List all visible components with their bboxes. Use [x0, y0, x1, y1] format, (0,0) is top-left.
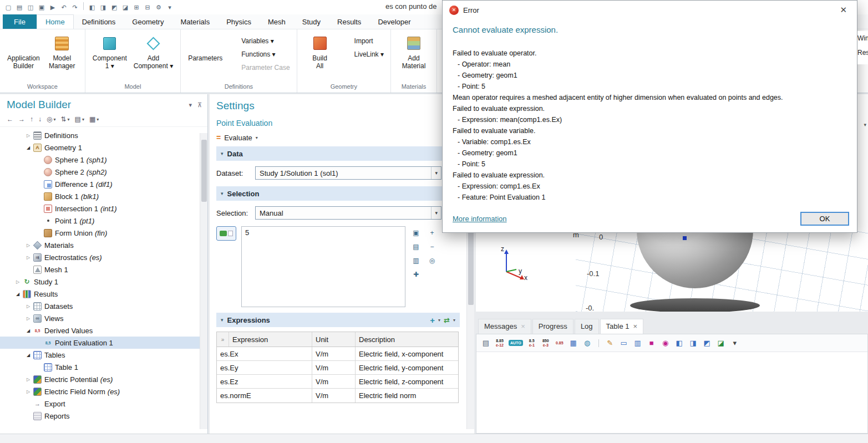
column-header-expression[interactable]: Expression — [229, 332, 312, 347]
tree-expander-icon[interactable]: ▷ — [24, 389, 32, 394]
ribbon-tab-home[interactable]: Home — [37, 14, 74, 29]
export-table-icon[interactable]: ◧ — [674, 337, 684, 350]
tree-expander-icon[interactable]: ◢ — [24, 353, 32, 358]
column-header-unit[interactable]: Unit — [312, 332, 356, 347]
engineering-format-button[interactable]: 850e-3 — [541, 337, 551, 350]
settings-gear-icon[interactable]: ⚙ — [154, 2, 164, 12]
tree-item-intersection-1[interactable]: Intersection 1(int1) — [0, 202, 207, 215]
tree-item-electric-field-norm[interactable]: ▷Electric Field Norm(es) — [0, 385, 207, 398]
auto-format-button[interactable]: AUTO — [509, 340, 523, 346]
decimal-format-button[interactable]: 0.85 — [555, 337, 565, 350]
tree-item-electric-potential[interactable]: ▷Electric Potential(es) — [0, 373, 207, 385]
ribbon-button-import[interactable]: Import — [339, 35, 386, 47]
tree-item-export[interactable]: Export — [0, 398, 207, 410]
add-to-selection-icon[interactable]: + — [427, 227, 438, 238]
ribbon-tab-file[interactable]: File — [3, 14, 37, 29]
import-table-icon[interactable]: ◨ — [688, 337, 698, 350]
close-icon[interactable]: ✕ — [836, 4, 850, 16]
pin-icon[interactable]: ⊼ — [197, 101, 202, 109]
replace-expression-dropdown-icon[interactable]: ▾ — [453, 318, 455, 323]
evaluate-button[interactable]: = Evaluate ▾ — [216, 133, 460, 142]
tree-item-datasets[interactable]: ▷Datasets — [0, 300, 207, 312]
ribbon-tab-geometry[interactable]: Geometry — [124, 14, 172, 29]
tree-item-form-union[interactable]: Form Union(fin) — [0, 227, 207, 239]
new-file-icon[interactable]: ▢ — [3, 2, 13, 12]
delete-table-icon[interactable]: ▭ — [619, 337, 629, 350]
save-icon[interactable]: ◫ — [26, 2, 35, 12]
expression-row[interactable]: es.EzV/mElectric field, z-component — [217, 375, 458, 389]
selection-combobox[interactable]: Manual ▾ — [255, 206, 441, 220]
tree-item-reports[interactable]: Reports — [0, 410, 207, 422]
tab-progress[interactable]: Progress — [532, 319, 573, 334]
tree-expander-icon[interactable]: ▷ — [24, 133, 32, 138]
table-content[interactable] — [476, 353, 867, 433]
show-options-icon[interactable]: ◎▾ — [47, 115, 56, 123]
ribbon-tab-developer[interactable]: Developer — [369, 14, 419, 29]
tree-expander-icon[interactable]: ▷ — [24, 377, 32, 382]
move-up-icon[interactable]: ↑ — [30, 115, 33, 123]
reset-desktop-button[interactable]: Reset Desktop — [857, 45, 868, 60]
full-precision-button[interactable]: 8.85e-12 — [495, 337, 505, 350]
ribbon-button-build-all[interactable]: BuildAll — [302, 33, 338, 71]
go-forward-icon[interactable]: → — [18, 115, 25, 123]
scientific-format-button[interactable]: 8.5e-1 — [527, 337, 537, 350]
ribbon-tab-materials[interactable]: Materials — [172, 14, 218, 29]
ok-button[interactable]: OK — [800, 212, 849, 226]
add-expression-button[interactable]: + — [430, 315, 435, 325]
error-dialog-titlebar[interactable]: ✕ Error ✕ — [443, 1, 857, 19]
color-square-icon[interactable]: ■ — [647, 337, 657, 350]
close-tab-icon[interactable]: × — [633, 322, 638, 330]
redo-icon[interactable]: ↷ — [70, 2, 80, 12]
tree-item-block-1[interactable]: Block 1(blk1) — [0, 190, 207, 202]
tree-item-table-1[interactable]: Table 1 — [0, 361, 207, 373]
tree-item-materials[interactable]: ▷Materials — [0, 239, 207, 251]
tree-item-sphere-1[interactable]: Sphere 1(sph1) — [0, 154, 207, 166]
add-expression-dropdown-icon[interactable]: ▾ — [438, 318, 440, 323]
tab-log[interactable]: Log — [575, 319, 599, 334]
tree-expander-icon[interactable]: ▷ — [24, 304, 32, 309]
close-tab-icon[interactable]: × — [521, 322, 525, 330]
tree-item-point-evaluation-1[interactable]: Point Evaluation 1 — [0, 337, 207, 349]
ring-chart-icon[interactable]: ◉ — [661, 337, 671, 350]
tab-table-1[interactable]: Table 1× — [600, 319, 644, 334]
ribbon-button-parameters[interactable]: Parameters — [185, 33, 225, 63]
ribbon-button-add-material[interactable]: AddMaterial — [395, 33, 432, 71]
spherical-view-icon[interactable]: ◍ — [582, 337, 592, 350]
more-information-link[interactable]: More information — [453, 215, 507, 223]
remove-from-selection-icon[interactable]: − — [427, 241, 438, 252]
build-mesh-icon[interactable]: ⊞ — [131, 2, 141, 12]
data-section-header[interactable]: ▾ Data — [216, 146, 460, 161]
toolbar-dropdown-icon[interactable]: ▾ — [165, 2, 175, 12]
paint-icon[interactable]: ✎ — [605, 337, 615, 350]
tree-expander-icon[interactable]: ▷ — [24, 316, 32, 321]
expression-row[interactable]: es.ExV/mElectric field, x-component — [217, 347, 458, 361]
histogram-icon[interactable]: ▥ — [633, 337, 643, 350]
move-down-icon[interactable]: ↓ — [38, 115, 42, 123]
tree-item-difference-1[interactable]: Difference 1(dif1) — [0, 178, 207, 190]
column-header-description[interactable]: Description — [356, 332, 458, 347]
ribbon-button-livelink[interactable]: LiveLink ▾ — [339, 49, 386, 60]
tree-item-sphere-2[interactable]: Sphere 2(sph2) — [0, 166, 207, 178]
copy-selection-icon[interactable]: ▤ — [410, 241, 422, 252]
selection-section-header[interactable]: ▾ Selection — [216, 186, 460, 201]
tree-expander-icon[interactable]: ▷ — [14, 279, 22, 284]
tree-expander-icon[interactable]: ▷ — [24, 255, 32, 260]
tree-item-tables[interactable]: ◢Tables — [0, 349, 207, 361]
model-builder-scrollbar[interactable] — [200, 133, 207, 429]
ribbon-button-parameter-case[interactable]: Parameter Case — [226, 62, 292, 73]
expression-row[interactable]: es.EyV/mElectric field, y-component — [217, 361, 458, 375]
table-more-dropdown-icon[interactable]: ▾ — [730, 337, 740, 350]
tree-item-point-1[interactable]: Point 1(pt1) — [0, 215, 207, 227]
tree-item-study-1[interactable]: ▷Study 1 — [0, 276, 207, 288]
tree-item-geometry-1[interactable]: ◢Geometry 1 — [0, 141, 207, 154]
table-settings-icon[interactable]: ▤ — [481, 337, 491, 350]
ribbon-button-add-component[interactable]: AddComponent ▾ — [131, 33, 176, 71]
replace-expression-button[interactable]: ⇄ — [444, 316, 450, 324]
zoom-to-selection-icon[interactable]: ◎ — [427, 255, 438, 266]
paste-selection-icon[interactable]: ▥ — [410, 255, 422, 266]
panel-menu-dropdown-icon[interactable]: ▾ — [189, 101, 192, 109]
expression-row[interactable]: es.normEV/mElectric field norm — [217, 389, 458, 403]
save-image-icon[interactable]: ▣ — [37, 2, 47, 12]
new-table-icon[interactable]: ◪ — [716, 337, 726, 350]
tab-messages[interactable]: Messages× — [478, 319, 531, 334]
